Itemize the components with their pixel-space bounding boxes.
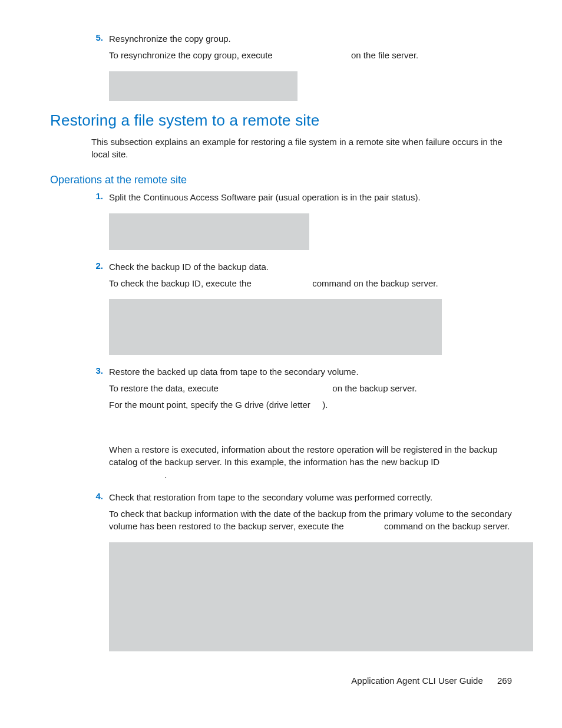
text-run: To check the backup ID, execute the bbox=[109, 278, 252, 288]
code-block bbox=[109, 299, 442, 355]
text-run: . bbox=[164, 470, 167, 480]
list-body: Resynchronize the copy group. To resynch… bbox=[109, 32, 512, 65]
list-body: Restore the backed up data from tape to … bbox=[109, 365, 512, 485]
list-item: 2. Check the backup ID of the backup dat… bbox=[91, 261, 512, 294]
text-run: on the file server. bbox=[351, 50, 418, 60]
page-number: 269 bbox=[497, 676, 512, 686]
step-detail: To check the backup ID, execute the comm… bbox=[109, 277, 512, 290]
list-item: 5. Resynchronize the copy group. To resy… bbox=[91, 32, 512, 65]
list-item: 4. Check that restoration from tape to t… bbox=[91, 491, 512, 536]
list-marker: 5. bbox=[91, 32, 109, 65]
step-detail: For the mount point, specify the G drive… bbox=[109, 398, 512, 411]
text-run: To restore the data, execute bbox=[109, 383, 219, 393]
step-text: Split the Continuous Access Software pai… bbox=[109, 191, 512, 204]
text-run: command on the backup server. bbox=[384, 521, 510, 531]
list-body: Check the backup ID of the backup data. … bbox=[109, 261, 512, 294]
text-run: command on the backup server. bbox=[312, 278, 438, 288]
list-marker: 4. bbox=[91, 491, 109, 536]
step-text: Check that restoration from tape to the … bbox=[109, 491, 512, 504]
page-footer: Application Agent CLI User Guide 269 bbox=[351, 676, 512, 686]
page: 5. Resynchronize the copy group. To resy… bbox=[0, 0, 562, 728]
text-run: For the mount point, specify the G drive… bbox=[109, 400, 310, 410]
list-item: 1. Split the Continuous Access Software … bbox=[91, 191, 512, 207]
subsection-heading: Operations at the remote site bbox=[50, 174, 512, 186]
step-text: Check the backup ID of the backup data. bbox=[109, 261, 512, 274]
step-detail: To restore the data, execute on the back… bbox=[109, 382, 512, 395]
section-intro: This subsection explains an example for … bbox=[91, 136, 512, 162]
footer-title: Application Agent CLI User Guide bbox=[351, 676, 482, 686]
step-detail: To check that backup information with th… bbox=[109, 508, 512, 533]
ordered-list: 2. Check the backup ID of the backup dat… bbox=[91, 261, 512, 294]
list-item: 3. Restore the backed up data from tape … bbox=[91, 365, 512, 485]
text-run: on the backup server. bbox=[332, 383, 416, 393]
section-heading: Restoring a file system to a remote site bbox=[50, 111, 512, 130]
ordered-list: 3. Restore the backed up data from tape … bbox=[91, 365, 512, 536]
list-continuation: 5. Resynchronize the copy group. To resy… bbox=[91, 32, 512, 65]
spacer bbox=[109, 415, 512, 443]
step-detail: When a restore is executed, information … bbox=[109, 443, 512, 482]
step-detail: To resynchronize the copy group, execute… bbox=[109, 49, 512, 62]
list-marker: 1. bbox=[91, 191, 109, 207]
code-block bbox=[109, 71, 297, 101]
list-body: Split the Continuous Access Software pai… bbox=[109, 191, 512, 207]
text-run: ). bbox=[322, 400, 328, 410]
text-run: When a restore is executed, information … bbox=[109, 444, 498, 467]
code-block bbox=[109, 213, 309, 250]
text-run: To resynchronize the copy group, execute bbox=[109, 50, 273, 60]
code-block bbox=[109, 542, 533, 651]
list-body: Check that restoration from tape to the … bbox=[109, 491, 512, 536]
list-marker: 2. bbox=[91, 261, 109, 294]
step-text: Restore the backed up data from tape to … bbox=[109, 365, 512, 378]
list-marker: 3. bbox=[91, 365, 109, 485]
step-text: Resynchronize the copy group. bbox=[109, 32, 512, 45]
ordered-list: 1. Split the Continuous Access Software … bbox=[91, 191, 512, 207]
